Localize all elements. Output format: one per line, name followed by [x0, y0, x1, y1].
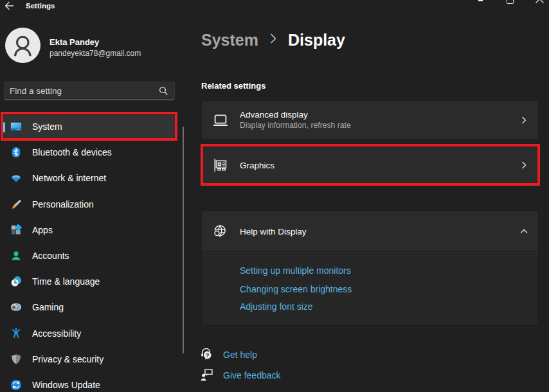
svg-text:?: ? [206, 352, 210, 359]
